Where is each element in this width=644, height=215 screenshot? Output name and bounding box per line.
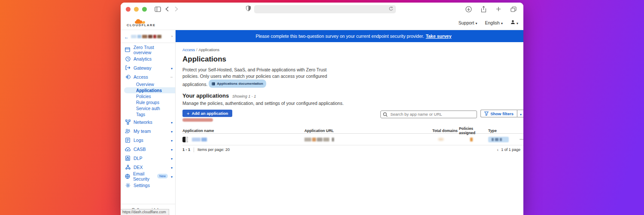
address-bar[interactable]: [254, 5, 396, 13]
account-menu[interactable]: [510, 20, 518, 25]
table-row[interactable]: [182, 134, 523, 145]
sidebar-item-applications[interactable]: Applications: [124, 87, 175, 93]
funnel-icon: [484, 111, 489, 116]
privacy-shield-icon[interactable]: [246, 5, 251, 13]
col-application-name: Application name: [182, 129, 304, 133]
next-page-icon[interactable]: [523, 147, 523, 152]
tab-overview-icon[interactable]: [509, 4, 518, 14]
sidebar-item-overview[interactable]: Overview: [121, 81, 175, 87]
cloudflare-logo[interactable]: CLOUDFLARE: [127, 18, 156, 27]
col-policies-assigned: Policies assigned: [459, 126, 488, 135]
account-caret-icon: ›: [171, 34, 173, 38]
chevron-down-icon: [520, 111, 522, 117]
row-menu-icon[interactable]: [519, 139, 523, 140]
back-icon[interactable]: [162, 4, 172, 14]
sidebar-item-service-auth[interactable]: Service auth: [121, 105, 175, 111]
previous-page-icon[interactable]: [497, 147, 499, 152]
applications-documentation-badge[interactable]: Applications documentation: [209, 80, 266, 88]
show-filters-button[interactable]: Show filters: [480, 110, 517, 117]
showing-count: Showing 1 - 1: [232, 94, 256, 98]
gateway-icon: [125, 65, 131, 70]
sidebar-item-email-security[interactable]: Email Security New: [121, 172, 175, 181]
logs-icon: [125, 138, 131, 143]
applications-table: Application name Application URL Total d…: [182, 126, 523, 154]
chevron-down-icon: [171, 65, 173, 71]
reload-icon[interactable]: [389, 5, 393, 13]
downloads-icon[interactable]: [464, 4, 473, 14]
add-application-button[interactable]: Add an application: [182, 110, 232, 117]
plus-icon: [187, 111, 189, 116]
share-icon[interactable]: [479, 4, 488, 14]
sidebar-item-dex[interactable]: DEX: [121, 163, 175, 172]
support-menu[interactable]: Support: [459, 20, 477, 25]
redacted-account-name: [131, 35, 161, 38]
sidebar-item-casb[interactable]: CASB: [121, 144, 175, 154]
dex-icon: [125, 165, 131, 170]
sidebar-item-gateway[interactable]: Gateway: [121, 63, 175, 72]
col-total-domains: Total domains: [432, 129, 459, 133]
sidebar-item-my-team[interactable]: My team: [121, 126, 175, 135]
sidebar-item-settings[interactable]: Settings: [121, 181, 175, 190]
casb-icon: [125, 147, 131, 151]
sidebar-item-dlp[interactable]: DLP: [121, 154, 175, 163]
redacted-annotation: [182, 118, 213, 122]
applications-toolbar: Add an application: [182, 110, 523, 122]
page-title: Applications: [182, 55, 523, 64]
sidebar-toggle-icon[interactable]: [153, 4, 162, 14]
chevron-down-icon: [171, 174, 173, 179]
sidebar-nav: Zero Trust overview Analytics Gateway Ac…: [121, 43, 175, 204]
back-arrow-icon[interactable]: [124, 33, 129, 40]
banner-message: Please complete this two-question survey…: [255, 34, 424, 39]
minimize-window-button[interactable]: [134, 7, 139, 12]
chevron-down-icon: [476, 20, 477, 25]
sidebar-item-analytics[interactable]: Analytics: [121, 54, 175, 63]
redacted-application-name: [192, 135, 208, 143]
chevron-down-icon: [171, 129, 173, 134]
page-description: Protect your Self-Hosted, SaaS, and Priv…: [182, 67, 334, 88]
sidebar-item-tags[interactable]: Tags: [121, 111, 175, 117]
main-content: Please complete this two-question survey…: [176, 30, 523, 215]
redacted-type-badge: [488, 137, 509, 142]
sidebar-item-access[interactable]: Access –: [121, 72, 175, 81]
sidebar-item-policies[interactable]: Policies: [121, 93, 175, 99]
access-icon: [125, 74, 131, 80]
take-survey-link[interactable]: Take survey: [426, 34, 452, 39]
sidebar-item-networks[interactable]: Networks: [121, 117, 175, 126]
table-header-row: Application name Application URL Total d…: [182, 126, 523, 134]
breadcrumb-current: Applications: [199, 48, 220, 52]
col-application-url: Application URL: [304, 129, 432, 133]
sidebar-item-zero-trust-overview[interactable]: Zero Trust overview: [121, 45, 175, 54]
search-icon: [383, 111, 388, 119]
app-header: CLOUDFLARE Support English: [121, 15, 523, 30]
search-input[interactable]: [380, 111, 477, 118]
page-indicator: 1 of 1 page: [501, 147, 520, 152]
chevron-collapsed-icon: –: [170, 75, 173, 79]
items-per-page[interactable]: Items per page: 20: [197, 147, 230, 152]
window-controls: [126, 7, 147, 12]
browser-toolbar: [121, 3, 523, 15]
zoom-window-button[interactable]: [142, 7, 147, 12]
sidebar-item-logs[interactable]: Logs: [121, 135, 175, 144]
filters-dropdown-button[interactable]: [517, 110, 523, 117]
cloudflare-wordmark: CLOUDFLARE: [127, 24, 156, 27]
dashboard-icon: [125, 47, 131, 52]
close-window-button[interactable]: [126, 7, 131, 12]
account-switcher[interactable]: ›: [121, 30, 175, 43]
team-icon: [125, 129, 131, 133]
language-menu[interactable]: English: [485, 20, 503, 25]
col-type: Type: [488, 129, 519, 133]
new-badge: New: [157, 174, 168, 178]
book-icon: [212, 82, 215, 86]
network-icon: [125, 120, 131, 125]
chevron-down-icon: [171, 156, 173, 161]
section-description: Manage the policies, authentication, and…: [182, 101, 523, 106]
new-tab-icon[interactable]: [494, 4, 503, 14]
pagination: 1 - 1 Items per page: 20 1 of 1 page: [182, 145, 523, 154]
chevron-down-icon: [501, 20, 503, 25]
sidebar-item-rule-groups[interactable]: Rule groups: [121, 99, 175, 105]
application-icon: [182, 137, 188, 142]
forward-icon[interactable]: [172, 4, 181, 14]
breadcrumb-access-link[interactable]: Access: [182, 48, 195, 52]
chevron-down-icon: [171, 120, 173, 125]
gear-icon: [125, 183, 131, 188]
